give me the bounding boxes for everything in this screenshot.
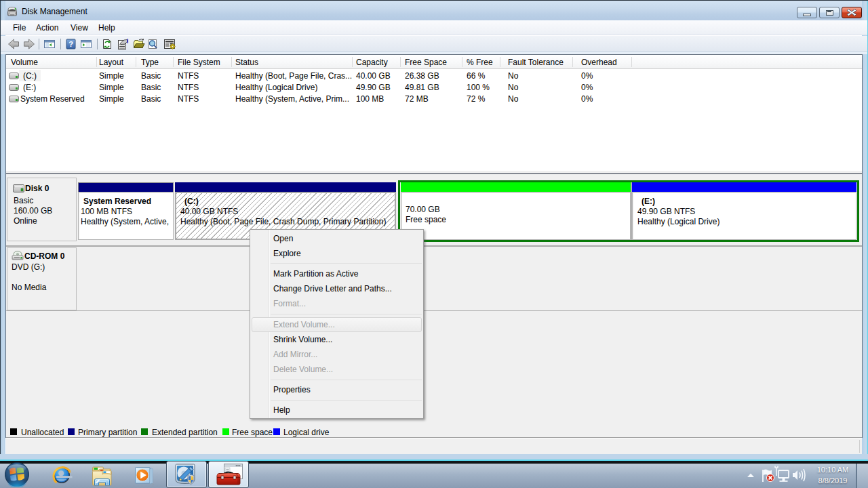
svg-text:?: ?: [68, 40, 73, 48]
